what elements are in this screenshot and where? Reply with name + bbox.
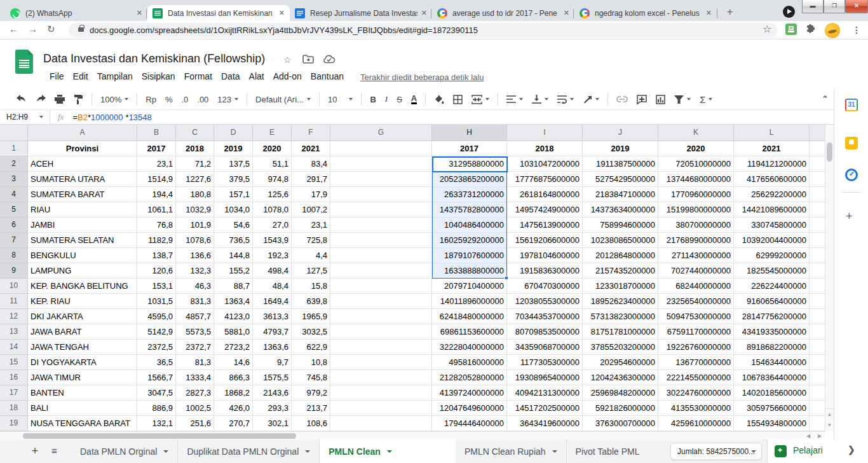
cell-usd[interactable]: 1575,5 (253, 370, 292, 385)
cell-usd[interactable]: 270,7 (214, 416, 253, 431)
cell-usd[interactable]: 1965,9 (292, 309, 330, 324)
cell-usd[interactable]: 4793,7 (253, 324, 292, 340)
text-color-button[interactable]: A (411, 94, 417, 104)
all-sheets-icon[interactable]: ≡ (44, 439, 64, 463)
cell-M1[interactable] (810, 141, 825, 156)
formula-input[interactable]: =B2*1000000*13548 (72, 113, 154, 122)
column-header-B[interactable]: B (137, 125, 176, 141)
cell-idr[interactable]: 1915836300000 (507, 263, 583, 279)
row-header-4[interactable]: 4 (0, 187, 28, 202)
cell-usd[interactable]: 51,1 (253, 156, 292, 172)
cell-usd[interactable]: 27,0 (253, 218, 292, 233)
cell-usd[interactable]: 153,1 (137, 279, 176, 294)
cell-idr[interactable]: 7027440000000 (658, 263, 734, 279)
cell-usd[interactable]: 622,9 (292, 340, 330, 355)
cell-idr[interactable]: 2012864800000 (583, 248, 658, 263)
cell-idr[interactable]: 312958800000 (432, 156, 507, 172)
bookmark-star-icon[interactable]: ☆ (763, 23, 771, 35)
cell-idr[interactable]: 69861153600000 (432, 324, 507, 340)
cell-idr[interactable]: 12047649600000 (432, 401, 507, 416)
window-restore-button[interactable]: ❐ (824, 0, 845, 13)
merge-cells-icon[interactable] (471, 95, 489, 104)
cell-usd[interactable]: 157,1 (214, 187, 253, 202)
cell-usd[interactable]: 125,6 (253, 187, 292, 202)
cell-empty[interactable] (810, 202, 825, 218)
cell-usd[interactable]: 180,8 (176, 187, 214, 202)
cell-usd[interactable]: 88,7 (214, 279, 253, 294)
cell-idr[interactable]: 3059756600000 (734, 401, 810, 416)
row-header-11[interactable]: 11 (0, 294, 28, 309)
cell-usd[interactable]: 9,7 (253, 355, 292, 370)
media-control-icon[interactable] (783, 6, 795, 18)
cell-empty[interactable] (810, 324, 825, 340)
cell-usd[interactable]: 10,8 (292, 355, 330, 370)
cell-idr[interactable]: 1794446400000 (432, 416, 507, 431)
menu-file[interactable]: File (45, 70, 69, 85)
cell-usd[interactable]: 1363,6 (253, 340, 292, 355)
cell-empty[interactable] (810, 248, 825, 263)
cell-province[interactable]: JAWA TENGAH (28, 340, 137, 355)
cell-empty[interactable] (330, 172, 432, 187)
select-all-corner[interactable] (0, 125, 28, 141)
insert-chart-icon[interactable] (656, 95, 665, 104)
cell-year-idr[interactable]: 2018 (507, 141, 583, 156)
borders-icon[interactable] (453, 95, 463, 104)
cell-usd[interactable]: 15,8 (292, 279, 330, 294)
cell-usd[interactable]: 5881,0 (214, 324, 253, 340)
cell-idr[interactable]: 136770000000 (658, 355, 734, 370)
cell-empty[interactable] (330, 401, 432, 416)
cell-G1[interactable] (330, 141, 432, 156)
browser-tab-spreadsheet[interactable]: Data Investasi dan Kemiskinan ✕ (147, 5, 290, 21)
cell-idr[interactable]: 720510000000 (658, 156, 734, 172)
cell-idr[interactable]: 80709853500000 (507, 324, 583, 340)
scroll-left-icon[interactable]: ◀ (803, 432, 813, 439)
cell-idr[interactable]: 15199800000000 (658, 202, 734, 218)
cell-usd[interactable]: 136,6 (176, 248, 214, 263)
cell-empty[interactable] (330, 340, 432, 355)
cell-idr[interactable]: 682440000000 (658, 279, 734, 294)
cell-usd[interactable]: 1649,4 (253, 294, 292, 309)
row-header-19[interactable]: 19 (0, 416, 28, 431)
row-header-12[interactable]: 12 (0, 309, 28, 324)
cell-idr[interactable]: 14020185600000 (734, 385, 810, 401)
cloud-status-icon[interactable] (323, 55, 336, 64)
cell-idr[interactable]: 81751781000000 (583, 324, 658, 340)
cell-idr[interactable]: 380700000000 (658, 218, 734, 233)
cell-empty[interactable] (330, 294, 432, 309)
cell-year-idr[interactable]: 2020 (658, 141, 734, 156)
cell-province[interactable]: KEP. BANGKA BELITUNG (28, 279, 137, 294)
cell-idr[interactable]: 330745800000 (734, 218, 810, 233)
cell-idr[interactable]: 154634400000 (734, 355, 810, 370)
row-header-17[interactable]: 17 (0, 385, 28, 401)
functions-icon[interactable]: Σ (700, 94, 712, 105)
cell-idr[interactable]: 70344353700000 (507, 309, 583, 324)
column-header-E[interactable]: E (253, 125, 292, 141)
menu-alat[interactable]: Alat (245, 70, 269, 85)
row-header-3[interactable]: 3 (0, 172, 28, 187)
cell-usd[interactable]: 1566,7 (137, 370, 176, 385)
cell-empty[interactable] (330, 263, 432, 279)
cell-usd[interactable]: 745,8 (292, 370, 330, 385)
column-header-L[interactable]: L (734, 125, 810, 141)
cell-empty[interactable] (810, 385, 825, 401)
cell-usd[interactable]: 293,3 (253, 401, 292, 416)
cell-usd[interactable]: 137,5 (214, 156, 253, 172)
cell-idr[interactable]: 10392004400000 (734, 233, 810, 248)
cell-usd[interactable]: 379,5 (214, 172, 253, 187)
format-currency-button[interactable]: Rp (146, 95, 156, 104)
cell-idr[interactable]: 3763000700000 (583, 416, 658, 431)
cell-province[interactable]: BANTEN (28, 385, 137, 401)
cell-idr[interactable]: 12038055300000 (507, 294, 583, 309)
cell-idr[interactable]: 41397240000000 (432, 385, 507, 401)
cell-idr[interactable]: 2079710400000 (432, 279, 507, 294)
cell-idr[interactable]: 43419335000000 (734, 324, 810, 340)
cell-usd[interactable]: 1868,2 (214, 385, 253, 401)
vertical-scrollbar-thumb[interactable] (827, 142, 832, 162)
cell-idr[interactable]: 10678364400000 (734, 370, 810, 385)
cell-usd[interactable]: 4,4 (292, 248, 330, 263)
cell-usd[interactable]: 886,9 (137, 401, 176, 416)
cell-usd[interactable]: 1543,9 (253, 233, 292, 248)
cell-usd[interactable]: 4857,7 (176, 309, 214, 324)
explore-icon[interactable] (775, 445, 787, 457)
cell-usd[interactable]: 3047,5 (137, 385, 176, 401)
